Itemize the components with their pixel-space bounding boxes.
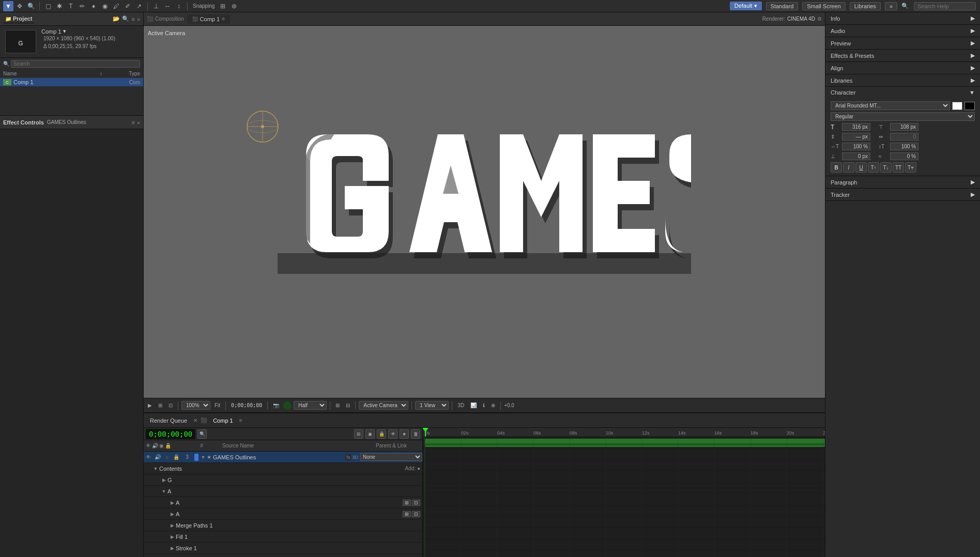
- timeline-timecode[interactable]: 0;00;00;00: [146, 429, 195, 439]
- quality-btn[interactable]: ★: [400, 429, 409, 439]
- contents-expand[interactable]: ▼: [152, 466, 159, 471]
- zoom-select[interactable]: 100% 50% 200%: [181, 401, 210, 410]
- collapse-expand-btn[interactable]: ⊞: [354, 429, 363, 439]
- axis-x[interactable]: ↔: [162, 1, 173, 11]
- bold-btn[interactable]: B: [831, 162, 842, 173]
- section-info-header[interactable]: Info ▶: [825, 12, 980, 24]
- a1-btn2[interactable]: ⊡: [412, 500, 420, 506]
- font-style-select[interactable]: Regular: [831, 112, 975, 121]
- vt-color-btn[interactable]: [283, 401, 292, 410]
- layer-visibility-icon[interactable]: 👁: [144, 452, 153, 463]
- zoom-tool[interactable]: 🔍: [26, 1, 36, 11]
- layer-stroke1[interactable]: ▶ Stroke 1: [144, 543, 422, 554]
- scale-h-input[interactable]: [842, 143, 870, 150]
- timeline-tracks[interactable]: 0s 02s 04s 06s 08s 10s 12s 14s 16s 18s 2…: [423, 428, 825, 557]
- underline-btn[interactable]: U: [855, 162, 867, 173]
- tracking-input[interactable]: [890, 123, 918, 131]
- layer-fx-icon[interactable]: fx: [345, 454, 351, 460]
- font-size-input[interactable]: [842, 123, 870, 131]
- a-group-expand[interactable]: ▼: [160, 489, 167, 494]
- snapping-toggle[interactable]: Snapping: [191, 1, 217, 11]
- layer-g[interactable]: ▶ G: [144, 474, 422, 486]
- italic-btn[interactable]: I: [843, 162, 854, 173]
- vt-camera-btn[interactable]: 📷: [271, 402, 281, 409]
- layer-3d-icon[interactable]: 3D: [352, 455, 358, 460]
- warp-tool[interactable]: ⊛: [229, 1, 239, 11]
- layer-solo-icon[interactable]: ◉: [162, 452, 172, 463]
- eraser-tool[interactable]: ◉: [100, 1, 110, 11]
- clone-stamp-tool[interactable]: ♦: [88, 1, 99, 11]
- merge-expand[interactable]: ▶: [169, 523, 176, 528]
- vt-safety-btn[interactable]: ⊡: [166, 402, 175, 409]
- section-character-header[interactable]: Character ▼: [825, 87, 980, 98]
- star-tool[interactable]: ✱: [54, 1, 65, 11]
- close-render-queue[interactable]: ✕: [193, 417, 197, 423]
- section-preview-header[interactable]: Preview ▶: [825, 37, 980, 49]
- smallcaps-btn[interactable]: Tᴛ: [905, 162, 916, 173]
- search-layers-btn[interactable]: 🔍: [197, 429, 207, 439]
- 3d-mode[interactable]: ⊥: [151, 1, 161, 11]
- layer-transform-a[interactable]: ▶ Transform: A: [144, 554, 422, 557]
- brush-tool[interactable]: 🖊: [111, 1, 121, 11]
- project-item-comp1[interactable]: C Comp 1 Com: [0, 78, 143, 86]
- layer-parent-select[interactable]: None: [360, 453, 422, 461]
- col-type-sort[interactable]: ↕: [100, 71, 109, 76]
- view-layout-select[interactable]: 1 View 2 Views 4 Views: [415, 401, 449, 410]
- project-search-input[interactable]: [11, 60, 140, 68]
- vt-grid2-btn[interactable]: ⊞: [333, 402, 342, 409]
- panel-icon-folder[interactable]: 📂: [113, 16, 120, 22]
- a2-expand[interactable]: ▶: [169, 512, 176, 517]
- comp-info-dropdown[interactable]: ▾: [63, 28, 66, 35]
- search-input[interactable]: [914, 2, 976, 10]
- workspace-default[interactable]: Default ▾: [730, 2, 762, 10]
- workspace-libraries[interactable]: Libraries: [850, 2, 881, 10]
- panel-icon-search[interactable]: 🔍: [122, 16, 129, 22]
- layer-a-group[interactable]: ▼ A: [144, 486, 422, 497]
- section-align-header[interactable]: Align ▶: [825, 62, 980, 74]
- rect-tool[interactable]: ▢: [43, 1, 53, 11]
- layer-audio-icon[interactable]: 🔊: [153, 452, 162, 463]
- comp1-timeline-tab[interactable]: Comp 1: [210, 416, 236, 425]
- layer-merge-paths[interactable]: ▶ Merge Paths 1: [144, 520, 422, 531]
- vt-grid-btn[interactable]: ⊞: [156, 402, 164, 409]
- axis-y[interactable]: ↕: [174, 1, 184, 11]
- comp-tab-comp1[interactable]: ⬛ Comp 1 ≡: [187, 14, 230, 24]
- leading-input[interactable]: [842, 133, 870, 141]
- font-family-select[interactable]: Arial Rounded MT...: [831, 101, 950, 110]
- pen-tool[interactable]: ✏: [77, 1, 87, 11]
- puppet-tool[interactable]: ✐: [122, 1, 133, 11]
- workspace-small-screen[interactable]: Small Screen: [802, 2, 845, 10]
- add-contents-btn[interactable]: Add: ●: [405, 466, 420, 471]
- workspace-standard[interactable]: Standard: [766, 2, 799, 10]
- panel-menu[interactable]: ≡: [131, 16, 134, 22]
- panel-expand[interactable]: »: [137, 16, 140, 22]
- camera-view-select[interactable]: Active Camera Front Top: [359, 401, 408, 410]
- layer-games-outlines[interactable]: 👁 🔊 ◉ 🔒 3 ▼ ★ GAMES Outlines fx 3D: [144, 452, 422, 463]
- vt-region-btn[interactable]: ⊟: [344, 402, 352, 409]
- delete-btn[interactable]: 🗑: [411, 429, 420, 439]
- tsukuri-input[interactable]: [890, 152, 918, 160]
- section-effects-presets-header[interactable]: Effects & Presets ▶: [825, 50, 980, 61]
- vt-info-btn[interactable]: ℹ: [481, 402, 487, 409]
- hand-tool[interactable]: ✥: [14, 1, 25, 11]
- effects-menu[interactable]: ≡: [131, 119, 134, 126]
- superscript-btn[interactable]: T↑: [868, 162, 879, 173]
- selection-tool[interactable]: ▼: [3, 1, 13, 11]
- vt-chart-btn[interactable]: 📊: [468, 402, 479, 409]
- camera-control-orb[interactable]: [244, 109, 281, 145]
- subscript-btn[interactable]: T↓: [880, 162, 892, 173]
- layer-a1[interactable]: ▶ A ⊞ ⊡: [144, 497, 422, 508]
- render-queue-tab[interactable]: Render Queue: [147, 416, 190, 425]
- layer-lock-icon[interactable]: 🔒: [172, 452, 181, 463]
- section-audio-header[interactable]: Audio ▶: [825, 25, 980, 37]
- renderer-settings[interactable]: ⚙: [817, 16, 822, 22]
- a2-btn1[interactable]: ⊞: [403, 511, 411, 517]
- playhead[interactable]: [425, 428, 426, 437]
- solo-btn[interactable]: ◉: [365, 429, 375, 439]
- vt-3d-btn[interactable]: 3D: [455, 402, 466, 409]
- vt-snap-btn[interactable]: ⊕: [489, 402, 497, 409]
- layer-a2[interactable]: ▶ A ⊞ ⊡: [144, 508, 422, 520]
- a1-btn1[interactable]: ⊞: [403, 500, 411, 506]
- comp-tab-menu[interactable]: ≡: [222, 16, 225, 22]
- comp1-tab-menu[interactable]: ≡: [239, 417, 242, 423]
